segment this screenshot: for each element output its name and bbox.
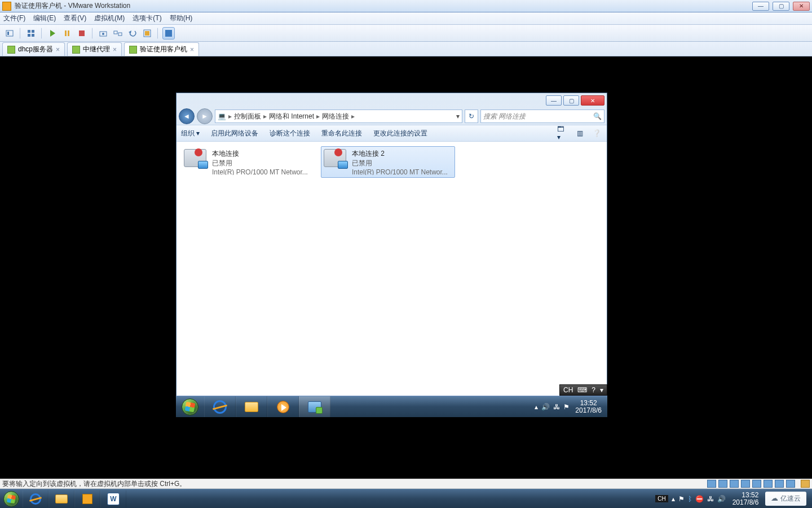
separator	[41, 28, 42, 39]
breadcrumb-item[interactable]: 网络和 Internet	[269, 112, 314, 121]
chevron-right-icon[interactable]: ▸	[228, 112, 232, 120]
taskbar-network-connections[interactable]	[299, 396, 330, 417]
network-connection-item[interactable]: 本地连接 已禁用 Intel(R) PRO/1000 MT Networ...	[181, 146, 315, 178]
cd-icon[interactable]	[718, 480, 727, 488]
network-connection-item[interactable]: 本地连接 2 已禁用 Intel(R) PRO/1000 MT Networ..…	[321, 146, 455, 178]
volume-icon[interactable]: 🔊	[717, 495, 726, 503]
vm-tab-icon	[72, 46, 80, 54]
address-dropdown-icon[interactable]: ▾	[456, 112, 460, 120]
snapshot-manager-icon[interactable]	[112, 27, 124, 40]
host-taskbar-explorer[interactable]	[48, 491, 74, 507]
display-icon[interactable]	[801, 480, 810, 488]
network-connections-window: — ▢ ✕ ◄ ► 💻 ▸ 控制面板 ▸ 网络和 Internet ▸ 网络连接…	[176, 93, 607, 417]
close-button[interactable]: ✕	[581, 95, 604, 106]
view-options-icon[interactable]: 🗔 ▾	[557, 128, 568, 138]
power-on-icon[interactable]	[46, 27, 59, 40]
host-taskbar-vmware[interactable]	[74, 491, 100, 507]
library-icon[interactable]	[3, 27, 16, 40]
vm-tab-relay[interactable]: 中继代理 ×	[67, 42, 122, 56]
taskbar-ie[interactable]	[204, 396, 236, 417]
vm-guest-display[interactable]: — ▢ ✕ ◄ ► 💻 ▸ 控制面板 ▸ 网络和 Internet ▸ 网络连接…	[0, 56, 812, 479]
taskbar-wmp[interactable]	[267, 396, 299, 417]
maximize-button[interactable]: ▢	[773, 2, 789, 11]
host-clock[interactable]: 13:52 2017/8/6	[729, 492, 762, 506]
start-button[interactable]	[176, 398, 204, 415]
minimize-button[interactable]: —	[752, 2, 769, 11]
breadcrumb-item[interactable]: 控制面板	[234, 112, 261, 121]
suspend-icon[interactable]	[61, 27, 73, 40]
close-icon[interactable]: ×	[56, 46, 60, 54]
menu-edit[interactable]: 编辑(E)	[33, 14, 56, 23]
floppy-icon[interactable]	[730, 480, 739, 488]
hdd-icon[interactable]	[707, 480, 716, 488]
close-button[interactable]: ✕	[793, 2, 810, 11]
host-taskbar-word[interactable]: W	[100, 491, 126, 507]
maximize-button[interactable]: ▢	[563, 95, 579, 106]
network-adapter2-icon[interactable]	[752, 480, 761, 488]
bluetooth-icon[interactable]: ᛒ	[688, 495, 692, 503]
chevron-right-icon[interactable]: ▸	[351, 112, 355, 120]
chevron-right-icon[interactable]: ▸	[316, 112, 320, 120]
host-taskbar-ie[interactable]	[23, 491, 48, 507]
forward-button[interactable]: ►	[197, 108, 213, 124]
vmware-titlebar: 验证使用客户机 - VMware Workstation — ▢ ✕	[0, 0, 812, 12]
breadcrumb-item[interactable]: 网络连接	[322, 112, 349, 121]
search-input[interactable]: 搜索 网络连接 🔍	[480, 110, 604, 123]
host-start-button[interactable]	[0, 491, 23, 507]
change-settings-button[interactable]: 更改此连接的设置	[373, 129, 427, 138]
printer-icon[interactable]	[786, 480, 795, 488]
enable-device-button[interactable]: 启用此网络设备	[211, 129, 258, 138]
search-icon[interactable]: 🔍	[593, 112, 602, 120]
thumbnail-icon[interactable]	[25, 27, 37, 40]
menu-help[interactable]: 帮助(H)	[170, 14, 193, 23]
menu-view[interactable]: 查看(V)	[64, 14, 86, 23]
unity-icon[interactable]	[141, 27, 153, 40]
tray-expand-icon[interactable]: ▴	[535, 403, 538, 411]
menu-tabs[interactable]: 选项卡(T)	[133, 14, 161, 23]
action-center-icon[interactable]: ⚑	[563, 403, 570, 411]
ime-indicator[interactable]: CH	[563, 386, 573, 394]
preview-pane-icon[interactable]: ▥	[574, 128, 585, 138]
vm-tab-dhcp[interactable]: dhcp服务器 ×	[2, 42, 65, 56]
usb-icon[interactable]	[764, 480, 773, 488]
action-center-icon[interactable]: ⚑	[678, 495, 685, 503]
connections-list[interactable]: 本地连接 已禁用 Intel(R) PRO/1000 MT Networ... …	[176, 142, 607, 417]
help-icon[interactable]: ❔	[591, 128, 602, 138]
sound-icon[interactable]	[775, 480, 784, 488]
window-titlebar[interactable]: — ▢ ✕	[176, 93, 607, 108]
fullscreen-icon[interactable]	[162, 27, 175, 40]
volume-icon[interactable]: 🔊	[541, 403, 550, 411]
vm-tab-label: 验证使用客户机	[140, 45, 187, 54]
host-ime[interactable]: CH	[655, 495, 668, 502]
nic-icon	[184, 149, 208, 173]
network-tray-icon[interactable]: 🖧	[707, 495, 714, 503]
stop-icon[interactable]: ⛔	[695, 495, 704, 503]
close-icon[interactable]: ×	[113, 46, 117, 54]
rename-button[interactable]: 重命名此连接	[321, 129, 362, 138]
chevron-right-icon[interactable]: ▸	[263, 112, 267, 120]
tray-expand-icon[interactable]: ▴	[672, 495, 675, 503]
menu-file[interactable]: 文件(F)	[3, 14, 25, 23]
organize-button[interactable]: 组织 ▾	[181, 129, 200, 138]
revert-icon[interactable]	[126, 27, 139, 40]
ime-keyboard-icon[interactable]: ⌨	[577, 386, 587, 394]
language-bar[interactable]: CH ⌨ ? ▾	[559, 384, 607, 396]
guest-clock[interactable]: 13:52 2017/8/6	[573, 400, 604, 414]
svg-rect-17	[165, 30, 172, 37]
vm-tab-validate[interactable]: 验证使用客户机 ×	[124, 42, 199, 56]
snapshot-icon[interactable]	[97, 27, 109, 40]
menu-vm[interactable]: 虚拟机(M)	[94, 14, 125, 23]
back-button[interactable]: ◄	[179, 108, 195, 124]
network-adapter-icon[interactable]	[741, 480, 750, 488]
breadcrumb[interactable]: 💻 ▸ 控制面板 ▸ 网络和 Internet ▸ 网络连接 ▸ ▾	[215, 110, 462, 123]
minimize-button[interactable]: —	[546, 95, 562, 106]
ime-help-icon[interactable]: ?	[592, 386, 595, 394]
svg-rect-7	[65, 30, 67, 36]
diagnose-button[interactable]: 诊断这个连接	[270, 129, 310, 138]
power-off-icon[interactable]	[76, 27, 88, 40]
network-tray-icon[interactable]: 🖧	[553, 403, 560, 411]
taskbar-explorer[interactable]	[236, 396, 267, 417]
close-icon[interactable]: ×	[190, 46, 194, 54]
ime-options-icon[interactable]: ▾	[600, 386, 603, 394]
refresh-button[interactable]: ↻	[465, 110, 478, 123]
